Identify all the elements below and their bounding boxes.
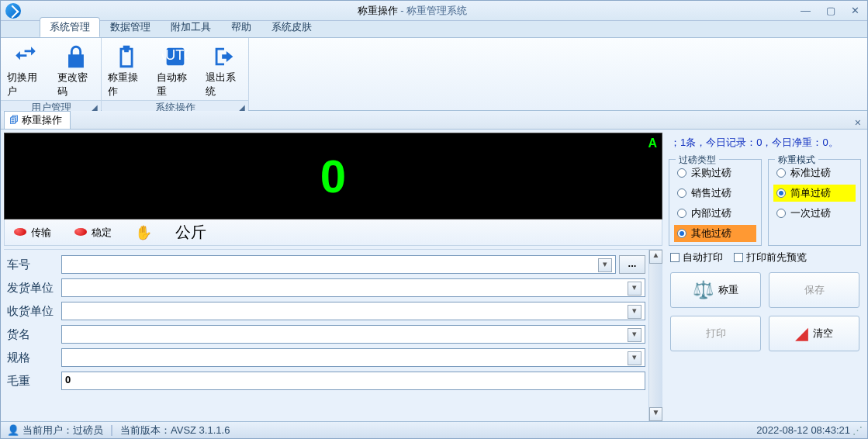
- fieldset-weigh-type: 过磅类型 采购过磅 销售过磅 内部过磅 其他过磅: [669, 159, 762, 246]
- weight-value: 0: [320, 150, 346, 203]
- svg-text:AUTO: AUTO: [162, 47, 188, 63]
- user-label: 当前用户：: [22, 423, 73, 437]
- label-car-no: 车号: [7, 258, 61, 272]
- print-button[interactable]: 打印: [670, 316, 761, 351]
- maximize-button[interactable]: ▢: [823, 5, 839, 16]
- menu-tab-help[interactable]: 帮助: [221, 17, 261, 37]
- ribbon-label: 称重操作: [108, 71, 144, 99]
- weigh-button[interactable]: ⚖️称重: [670, 272, 761, 308]
- input-sender[interactable]: [61, 278, 645, 297]
- menu-tabs: 系统管理 数据管理 附加工具 帮助 系统皮肤: [1, 21, 867, 38]
- content-area: 0 A 传输 稳定 ✋ 公斤 车号 ... 发货单位 收货单位: [1, 130, 867, 421]
- document-tab-close[interactable]: ×: [849, 116, 867, 129]
- form-scrollbar[interactable]: ▲ ▼: [648, 250, 662, 421]
- ribbon-group-system: 称重操作 AUTO 自动称重 退出系统 系统操作◢: [102, 38, 249, 110]
- label-goods: 货名: [7, 327, 61, 342]
- status-stable: 稳定: [74, 226, 112, 240]
- version-label: 当前版本：: [120, 423, 171, 437]
- app-title: 称重管理系统: [406, 5, 467, 16]
- radio-simple[interactable]: 简单过磅: [773, 185, 856, 202]
- resize-grip[interactable]: ⋰: [850, 424, 861, 436]
- window-title: 称重操作 - 称重管理系统: [27, 4, 797, 18]
- status-row: 传输 稳定 ✋ 公斤: [4, 220, 662, 246]
- ribbon-label: 自动称重: [157, 71, 193, 99]
- radio-internal[interactable]: 内部过磅: [674, 205, 756, 222]
- input-goods[interactable]: [61, 325, 645, 344]
- clear-button[interactable]: ◢清空: [769, 316, 859, 351]
- form-area: 车号 ... 发货单位 收货单位 货名 规格: [4, 249, 662, 421]
- input-spec[interactable]: [61, 348, 645, 367]
- red-dot-icon: [14, 228, 26, 236]
- save-button[interactable]: 保存: [769, 272, 859, 308]
- ribbon-auto-weigh[interactable]: AUTO 自动称重: [150, 38, 199, 100]
- document-tab-bar: 🗐 称重操作 ×: [1, 111, 867, 130]
- doc-tab-label: 称重操作: [22, 113, 62, 127]
- close-button[interactable]: ✕: [848, 5, 863, 16]
- menu-tab-system[interactable]: 系统管理: [40, 17, 100, 37]
- ribbon-weigh-op[interactable]: 称重操作: [102, 38, 150, 100]
- label-gross: 毛重: [7, 374, 61, 389]
- ribbon-exit[interactable]: 退出系统: [199, 38, 248, 100]
- scale-icon: ⚖️: [693, 280, 714, 300]
- legend-weigh-mode: 称重模式: [775, 154, 818, 167]
- minimize-button[interactable]: ―: [797, 5, 814, 16]
- user-icon: 👤: [7, 424, 19, 436]
- menu-tab-data[interactable]: 数据管理: [100, 17, 161, 37]
- red-dot-icon: [74, 228, 87, 236]
- label-sender: 发货单位: [7, 281, 61, 296]
- menu-tab-tools[interactable]: 附加工具: [161, 17, 221, 37]
- status-bar: 👤 当前用户： 过磅员 当前版本： AVSZ 3.1.1.6 2022-08-1…: [1, 421, 867, 438]
- ribbon-group-user: 切换用户 更改密码 用户管理◢: [1, 38, 102, 110]
- legend-weigh-type: 过磅类型: [676, 154, 719, 167]
- auto-icon: AUTO: [161, 43, 189, 71]
- eraser-icon: ◢: [795, 323, 808, 344]
- right-panel: ；1条，今日记录：0，今日净重：0。 过磅类型 采购过磅 销售过磅 内部过磅 其…: [666, 130, 867, 421]
- doc-icon: 🗐: [9, 115, 19, 126]
- current-user: 过磅员: [73, 423, 103, 437]
- radio-standard[interactable]: 标准过磅: [773, 164, 856, 181]
- menu-tab-skin[interactable]: 系统皮肤: [261, 17, 322, 37]
- browse-car-button[interactable]: ...: [619, 255, 645, 274]
- hand-icon: ✋: [135, 224, 152, 241]
- input-receiver[interactable]: [61, 302, 645, 320]
- clipboard-icon: [112, 43, 140, 71]
- version-value: AVSZ 3.1.1.6: [171, 424, 230, 436]
- status-transmit: 传输: [14, 226, 51, 240]
- radio-other[interactable]: 其他过磅: [674, 225, 756, 242]
- ribbon-switch-user[interactable]: 切换用户: [1, 38, 51, 100]
- scroll-up-button[interactable]: ▲: [649, 250, 662, 264]
- label-spec: 规格: [7, 351, 61, 365]
- window-controls: ― ▢ ✕: [797, 5, 863, 16]
- unit-label: 公斤: [175, 222, 206, 243]
- input-car-no[interactable]: [61, 255, 616, 274]
- radio-purchase[interactable]: 采购过磅: [674, 164, 756, 181]
- lock-icon: [62, 43, 90, 71]
- switch-user-icon: [12, 43, 40, 71]
- form: 车号 ... 发货单位 收货单位 货名 规格: [4, 250, 648, 421]
- radio-once[interactable]: 一次过磅: [773, 205, 856, 222]
- left-panel: 0 A 传输 稳定 ✋ 公斤 车号 ... 发货单位 收货单位: [1, 130, 666, 421]
- ribbon-change-password[interactable]: 更改密码: [51, 38, 102, 100]
- ribbon-label: 切换用户: [7, 71, 45, 99]
- scroll-thumb[interactable]: [649, 264, 662, 407]
- document-tab[interactable]: 🗐 称重操作: [4, 111, 71, 129]
- exit-icon: [210, 43, 238, 71]
- action-buttons: ⚖️称重 保存 打印 ◢清空: [669, 269, 861, 354]
- ribbon-label: 更改密码: [57, 71, 95, 99]
- radio-sale[interactable]: 销售过磅: [674, 185, 756, 202]
- app-logo-icon: [5, 3, 21, 19]
- fieldset-weigh-mode: 称重模式 标准过磅 简单过磅 一次过磅: [768, 159, 861, 246]
- info-line: ；1条，今日记录：0，今日净重：0。: [669, 133, 861, 156]
- weight-display: 0 A: [4, 133, 662, 220]
- ribbon-label: 退出系统: [206, 71, 242, 99]
- checkbox-auto-print[interactable]: 自动打印: [670, 251, 723, 264]
- scroll-down-button[interactable]: ▼: [649, 407, 662, 421]
- display-corner-label: A: [648, 137, 657, 150]
- label-receiver: 收货单位: [7, 304, 61, 319]
- doc-title: 称重操作: [358, 5, 398, 16]
- datetime: 2022-08-12 08:43:21: [756, 424, 850, 436]
- checkbox-preview[interactable]: 打印前先预览: [734, 251, 807, 264]
- input-gross[interactable]: 0: [61, 372, 645, 390]
- checkbox-row: 自动打印 打印前先预览: [669, 246, 861, 269]
- ribbon: 切换用户 更改密码 用户管理◢ 称重操作 AUTO 自动称重 退出系统 系统操作…: [1, 38, 867, 111]
